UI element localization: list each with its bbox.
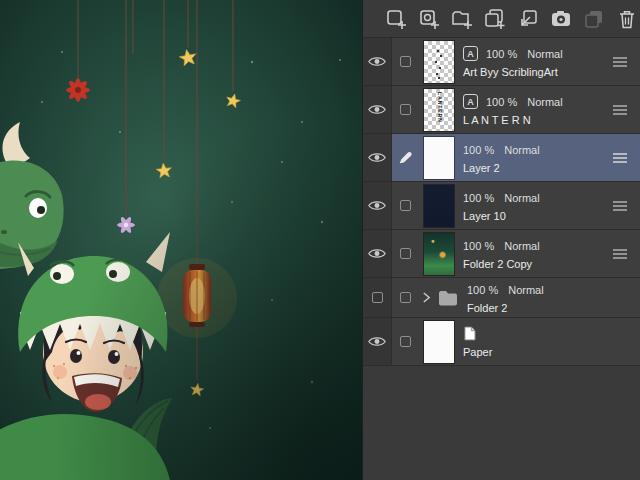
add-layer-special-button[interactable] bbox=[418, 8, 440, 30]
layer-blend-mode: Normal bbox=[527, 96, 562, 108]
layer-row-layer-10[interactable]: 100 % Normal Layer 10 bbox=[363, 182, 640, 230]
new-folder-button[interactable] bbox=[451, 8, 473, 30]
layer-blend-mode: Normal bbox=[508, 284, 543, 296]
visibility-toggle[interactable] bbox=[363, 38, 392, 85]
layer-thumbnail[interactable]: LANTERN bbox=[424, 89, 454, 131]
checkbox bbox=[400, 336, 411, 347]
layer-name: Layer 2 bbox=[463, 162, 540, 174]
layer-blend-mode: Normal bbox=[527, 48, 562, 60]
eye-icon bbox=[368, 199, 386, 212]
add-layer-special-icon bbox=[418, 8, 440, 30]
layer-name: Layer 10 bbox=[463, 210, 540, 222]
layer-list: A 100 % Normal Art Byy ScriblingArt bbox=[363, 38, 640, 366]
eye-icon bbox=[368, 55, 386, 68]
layer-row-art-byy[interactable]: A 100 % Normal Art Byy ScriblingArt bbox=[363, 38, 640, 86]
layer-meta: 100 % Normal Folder 2 bbox=[467, 282, 544, 314]
layer-thumbnail[interactable] bbox=[424, 233, 454, 275]
hamburger-icon bbox=[612, 200, 628, 212]
layer-opacity: 100 % bbox=[463, 240, 494, 252]
transfer-layer-icon bbox=[517, 8, 539, 30]
canvas-area[interactable] bbox=[0, 0, 362, 480]
hamburger-icon bbox=[612, 104, 628, 116]
checkbox bbox=[372, 292, 383, 303]
chevron-right-icon bbox=[422, 291, 431, 304]
new-layer-icon bbox=[385, 8, 407, 30]
layer-thumbnail[interactable] bbox=[424, 137, 454, 179]
visibility-toggle[interactable] bbox=[363, 278, 392, 317]
layer-select-checkbox[interactable] bbox=[392, 336, 418, 347]
thumb-vertical-text: LANTERN bbox=[437, 92, 442, 123]
new-layer-button[interactable] bbox=[385, 8, 407, 30]
layer-name: Paper bbox=[463, 346, 492, 358]
drag-handle[interactable] bbox=[612, 56, 628, 68]
canvas-artwork bbox=[0, 0, 362, 480]
new-folder-icon bbox=[451, 8, 473, 30]
trash-icon bbox=[616, 8, 638, 30]
eye-icon bbox=[368, 335, 386, 348]
layer-thumbnail[interactable] bbox=[424, 321, 454, 363]
eye-icon bbox=[368, 151, 386, 164]
visibility-toggle[interactable] bbox=[363, 86, 392, 133]
layer-row-lantern[interactable]: LANTERN A 100 % Normal L A N T E R N bbox=[363, 86, 640, 134]
layer-row-folder-2[interactable]: 100 % Normal Folder 2 bbox=[363, 278, 640, 318]
checkbox bbox=[400, 200, 411, 211]
pencil-icon bbox=[398, 150, 413, 165]
layer-meta: Paper bbox=[463, 326, 492, 358]
thumb-scribble bbox=[437, 50, 439, 52]
folder-icon bbox=[438, 290, 458, 306]
hamburger-icon bbox=[612, 56, 628, 68]
page-icon bbox=[463, 326, 476, 341]
layers-toolbar bbox=[363, 0, 640, 38]
layer-opacity: 100 % bbox=[467, 284, 498, 296]
drag-handle[interactable] bbox=[612, 152, 628, 164]
layer-select-checkbox[interactable] bbox=[392, 200, 418, 211]
layer-blend-mode: Normal bbox=[504, 240, 539, 252]
editing-indicator bbox=[392, 150, 418, 165]
layer-pair-button[interactable] bbox=[583, 8, 605, 30]
layer-row-paper[interactable]: Paper bbox=[363, 318, 640, 366]
drag-handle[interactable] bbox=[612, 200, 628, 212]
layer-select-checkbox[interactable] bbox=[392, 292, 418, 303]
eye-icon bbox=[368, 103, 386, 116]
layer-thumbnail[interactable] bbox=[424, 41, 454, 83]
layer-meta: A 100 % Normal L A N T E R N bbox=[463, 94, 563, 126]
layer-name: Art Byy ScriblingArt bbox=[463, 66, 563, 78]
layer-select-checkbox[interactable] bbox=[392, 248, 418, 259]
layer-select-checkbox[interactable] bbox=[392, 104, 418, 115]
text-layer-icon: A bbox=[463, 94, 478, 109]
visibility-toggle[interactable] bbox=[363, 182, 392, 229]
transfer-layer-button[interactable] bbox=[517, 8, 539, 30]
layer-opacity: 100 % bbox=[486, 96, 517, 108]
hamburger-icon bbox=[612, 152, 628, 164]
layer-row-folder-2-copy[interactable]: 100 % Normal Folder 2 Copy bbox=[363, 230, 640, 278]
drag-handle[interactable] bbox=[612, 248, 628, 260]
checkbox bbox=[400, 248, 411, 259]
duplicate-layer-icon bbox=[484, 8, 506, 30]
drag-handle[interactable] bbox=[612, 104, 628, 116]
layer-select-checkbox[interactable] bbox=[392, 56, 418, 67]
checkbox bbox=[400, 292, 411, 303]
eye-icon bbox=[368, 247, 386, 260]
visibility-toggle[interactable] bbox=[363, 230, 392, 277]
text-layer-icon: A bbox=[463, 46, 478, 61]
layer-pair-icon bbox=[583, 8, 605, 30]
layer-meta: 100 % Normal Layer 2 bbox=[463, 142, 540, 174]
layer-name: Folder 2 bbox=[467, 302, 544, 314]
layer-name: Folder 2 Copy bbox=[463, 258, 540, 270]
layer-thumbnail[interactable] bbox=[424, 185, 454, 227]
layer-blend-mode: Normal bbox=[504, 192, 539, 204]
duplicate-layer-button[interactable] bbox=[484, 8, 506, 30]
layer-meta: A 100 % Normal Art Byy ScriblingArt bbox=[463, 46, 563, 78]
camera-icon bbox=[550, 8, 572, 30]
visibility-toggle[interactable] bbox=[363, 318, 392, 365]
canvas-vignette bbox=[0, 0, 362, 480]
delete-layer-button[interactable] bbox=[616, 8, 638, 30]
layer-meta: 100 % Normal Layer 10 bbox=[463, 190, 540, 222]
panel-empty-area bbox=[363, 366, 640, 480]
layer-row-layer-2[interactable]: 100 % Normal Layer 2 bbox=[363, 134, 640, 182]
folder-expand-toggle[interactable] bbox=[422, 291, 431, 304]
camera-import-button[interactable] bbox=[550, 8, 572, 30]
checkbox bbox=[400, 104, 411, 115]
layers-panel: A 100 % Normal Art Byy ScriblingArt bbox=[362, 0, 640, 480]
visibility-toggle[interactable] bbox=[363, 134, 392, 181]
